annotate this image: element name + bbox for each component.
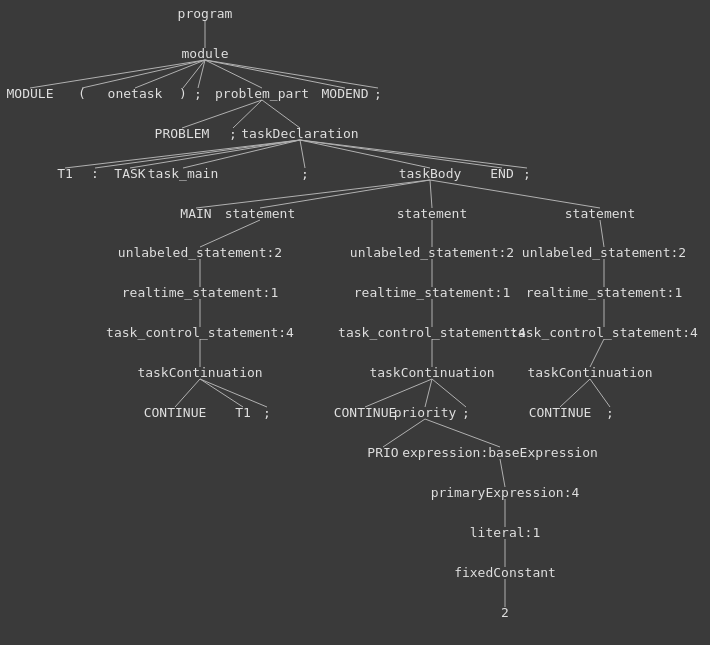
tree-node-MODULE: MODULE bbox=[7, 86, 54, 101]
tree-node-problem_part: problem_part bbox=[215, 86, 309, 101]
tree-node-lparen: ( bbox=[78, 86, 86, 101]
svg-line-8 bbox=[205, 60, 378, 88]
tree-node-CONTINUE3: CONTINUE bbox=[529, 405, 592, 420]
tree-node-PROBLEM: PROBLEM bbox=[155, 126, 210, 141]
tree-node-CONTINUE1: CONTINUE bbox=[144, 405, 207, 420]
tree-node-baseExpr: expression:baseExpression bbox=[402, 445, 598, 460]
svg-line-2 bbox=[82, 60, 205, 88]
svg-line-11 bbox=[262, 100, 300, 128]
tree-node-CONTINUE2: CONTINUE bbox=[334, 405, 397, 420]
svg-line-46 bbox=[500, 459, 505, 487]
tree-node-semicolon3: ; bbox=[229, 126, 237, 141]
tree-container: programmoduleMODULE(onetask);problem_par… bbox=[0, 0, 710, 645]
tree-node-colon1: : bbox=[91, 166, 99, 181]
svg-line-15 bbox=[183, 140, 300, 168]
svg-line-10 bbox=[233, 100, 262, 128]
tree-node-semicolon8: ; bbox=[606, 405, 614, 420]
svg-line-44 bbox=[383, 419, 425, 447]
tree-node-two: 2 bbox=[501, 605, 509, 620]
svg-line-14 bbox=[130, 140, 300, 168]
tree-node-T1_2: T1 bbox=[235, 405, 251, 420]
svg-line-22 bbox=[430, 180, 432, 208]
tree-node-semicolon2: ; bbox=[374, 86, 382, 101]
tree-node-statement3: statement bbox=[565, 206, 635, 221]
svg-line-5 bbox=[198, 60, 205, 88]
tree-node-semicolon7: ; bbox=[462, 405, 470, 420]
tree-node-unlabeled3: unlabeled_statement:2 bbox=[522, 245, 686, 260]
tree-node-module: module bbox=[182, 46, 229, 61]
tree-node-taskctrl2: task_control_statement:4 bbox=[338, 325, 526, 340]
svg-line-18 bbox=[300, 140, 502, 168]
tree-node-TASK: TASK bbox=[114, 166, 145, 181]
svg-line-17 bbox=[300, 140, 430, 168]
svg-line-6 bbox=[205, 60, 262, 88]
tree-node-fixedConstant: fixedConstant bbox=[454, 565, 556, 580]
svg-line-3 bbox=[135, 60, 205, 88]
tree-node-taskDeclaration: taskDeclaration bbox=[241, 126, 358, 141]
svg-line-41 bbox=[432, 379, 466, 407]
tree-node-realtime3: realtime_statement:1 bbox=[526, 285, 683, 300]
tree-node-semicolon1: ; bbox=[194, 86, 202, 101]
svg-line-42 bbox=[560, 379, 590, 407]
svg-line-16 bbox=[300, 140, 305, 168]
tree-node-taskctrl1: task_control_statement:4 bbox=[106, 325, 294, 340]
svg-line-24 bbox=[200, 220, 260, 247]
svg-line-40 bbox=[425, 379, 432, 407]
tree-node-taskCont2: taskContinuation bbox=[369, 365, 494, 380]
tree-node-semicolon5: ; bbox=[523, 166, 531, 181]
tree-node-T1: T1 bbox=[57, 166, 73, 181]
tree-node-program: program bbox=[178, 6, 233, 21]
tree-node-END: END bbox=[490, 166, 513, 181]
svg-line-1 bbox=[30, 60, 205, 88]
tree-node-primaryExpr: primaryExpression:4 bbox=[431, 485, 580, 500]
svg-line-7 bbox=[205, 60, 345, 88]
svg-line-35 bbox=[590, 339, 604, 367]
svg-line-37 bbox=[200, 379, 243, 407]
tree-node-rparen: ) bbox=[179, 86, 187, 101]
tree-node-statement2: statement bbox=[397, 206, 467, 221]
svg-line-13 bbox=[95, 140, 300, 168]
tree-node-taskCont1: taskContinuation bbox=[137, 365, 262, 380]
tree-node-realtime2: realtime_statement:1 bbox=[354, 285, 511, 300]
tree-node-MAIN: MAIN bbox=[180, 206, 211, 221]
svg-line-21 bbox=[260, 180, 430, 208]
svg-line-20 bbox=[196, 180, 430, 208]
svg-line-38 bbox=[200, 379, 267, 407]
tree-node-semicolon6: ; bbox=[263, 405, 271, 420]
svg-line-43 bbox=[590, 379, 610, 407]
svg-line-36 bbox=[175, 379, 200, 407]
tree-node-taskCont3: taskContinuation bbox=[527, 365, 652, 380]
tree-node-realtime1: realtime_statement:1 bbox=[122, 285, 279, 300]
svg-line-19 bbox=[300, 140, 527, 168]
tree-node-semicolon4: ; bbox=[301, 166, 309, 181]
tree-node-taskBody: taskBody bbox=[399, 166, 462, 181]
svg-line-26 bbox=[600, 220, 604, 247]
svg-line-12 bbox=[65, 140, 300, 168]
tree-node-priority: priority bbox=[394, 405, 457, 420]
svg-line-4 bbox=[183, 60, 205, 88]
tree-node-MODEND: MODEND bbox=[322, 86, 369, 101]
svg-line-45 bbox=[425, 419, 500, 447]
tree-node-PRIO: PRIO bbox=[367, 445, 398, 460]
tree-node-statement1: statement bbox=[225, 206, 295, 221]
svg-line-23 bbox=[430, 180, 600, 208]
svg-line-39 bbox=[365, 379, 432, 407]
tree-node-taskctrl3: task_control_statement:4 bbox=[510, 325, 698, 340]
tree-node-literal: literal:1 bbox=[470, 525, 540, 540]
tree-node-unlabeled2: unlabeled_statement:2 bbox=[350, 245, 514, 260]
svg-line-9 bbox=[182, 100, 262, 128]
tree-node-unlabeled1: unlabeled_statement:2 bbox=[118, 245, 282, 260]
tree-node-task_main: task_main bbox=[148, 166, 218, 181]
tree-node-onetask: onetask bbox=[108, 86, 163, 101]
